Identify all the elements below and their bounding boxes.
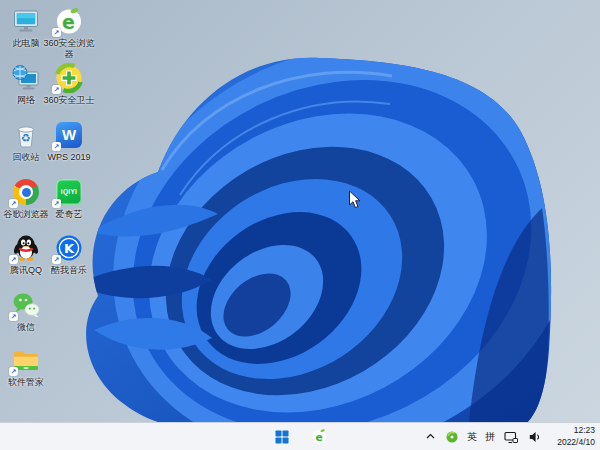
wps-icon: W ↗: [54, 120, 84, 150]
iqiyi-icon: iQIYI ↗: [54, 177, 84, 207]
taskbar: e 英 拼: [0, 422, 600, 450]
desktop-icon-wps[interactable]: W ↗ WPS 2019: [45, 120, 93, 163]
360-safe-icon: ↗: [54, 63, 84, 93]
shortcut-arrow-icon: ↗: [52, 28, 61, 37]
360-tray-button[interactable]: [445, 426, 459, 448]
taskbar-center: e: [272, 423, 329, 450]
recycle-bin-icon: ♻: [11, 120, 41, 150]
desktop-icon-label: 软件管家: [0, 377, 54, 388]
chrome-icon: ↗: [11, 177, 41, 207]
network-ethernet-icon: [504, 430, 518, 444]
tray-overflow-button[interactable]: [423, 426, 437, 448]
shortcut-arrow-icon: ↗: [52, 85, 61, 94]
desktop-icon-wechat[interactable]: ↗ 微信: [2, 290, 50, 333]
svg-text:K: K: [64, 241, 75, 256]
360-browser-taskbar-icon: e: [311, 428, 328, 445]
windows-logo-icon: [275, 430, 289, 444]
network-icon: [11, 63, 41, 93]
chevron-up-icon: [425, 431, 436, 442]
shortcut-arrow-icon: ↗: [9, 255, 18, 264]
network-tray-button[interactable]: [503, 426, 519, 448]
360-browser-icon: e ↗: [54, 6, 84, 36]
volume-tray-button[interactable]: [527, 426, 543, 448]
wechat-icon: ↗: [11, 290, 41, 320]
svg-text:♻: ♻: [21, 132, 31, 145]
ime-language-indicator[interactable]: 英: [467, 430, 477, 444]
desktop-icon-360-safe[interactable]: ↗ 360安全卫士: [45, 63, 93, 106]
shortcut-arrow-icon: ↗: [52, 142, 61, 151]
360-tray-icon: [446, 431, 458, 443]
desktop-icon-label: 酷我音乐: [41, 265, 97, 276]
desktop-icon-360-browser[interactable]: e ↗ 360安全浏览器: [45, 6, 93, 61]
desktop[interactable]: 此电脑 e ↗ 360安全浏览器 网络: [0, 0, 600, 450]
desktop-icon-iqiyi[interactable]: iQIYI ↗ 爱奇艺: [45, 177, 93, 220]
ime-mode-indicator[interactable]: 拼: [485, 430, 495, 444]
desktop-icon-software-folder[interactable]: ↗ 软件管家: [2, 345, 50, 388]
system-tray: 英 拼 12:23 2022/4/10: [423, 423, 600, 450]
qq-icon: ↗: [11, 233, 41, 263]
shortcut-arrow-icon: ↗: [52, 199, 61, 208]
360-browser-taskbar-button[interactable]: e: [309, 426, 329, 448]
taskbar-clock[interactable]: 12:23 2022/4/10: [551, 425, 595, 447]
this-pc-icon: [11, 6, 41, 36]
desktop-icon-label: 360安全卫士: [41, 95, 97, 106]
desktop-icon-label: 爱奇艺: [41, 209, 97, 220]
desktop-icon-label: WPS 2019: [41, 152, 97, 163]
shortcut-arrow-icon: ↗: [9, 312, 18, 321]
clock-time: 12:23: [551, 425, 595, 436]
kuwo-music-icon: K ↗: [54, 233, 84, 263]
desktop-icon-label: 360安全浏览器: [41, 38, 97, 61]
shortcut-arrow-icon: ↗: [52, 255, 61, 264]
svg-text:e: e: [315, 431, 322, 444]
shortcut-arrow-icon: ↗: [9, 199, 18, 208]
desktop-icon-kuwo[interactable]: K ↗ 酷我音乐: [45, 233, 93, 276]
svg-text:e: e: [62, 11, 75, 33]
folder-icon: ↗: [11, 345, 41, 375]
desktop-icon-label: 微信: [0, 322, 54, 333]
speaker-icon: [528, 430, 542, 444]
clock-date: 2022/4/10: [551, 437, 595, 448]
start-button[interactable]: [272, 426, 292, 448]
shortcut-arrow-icon: ↗: [9, 367, 18, 376]
